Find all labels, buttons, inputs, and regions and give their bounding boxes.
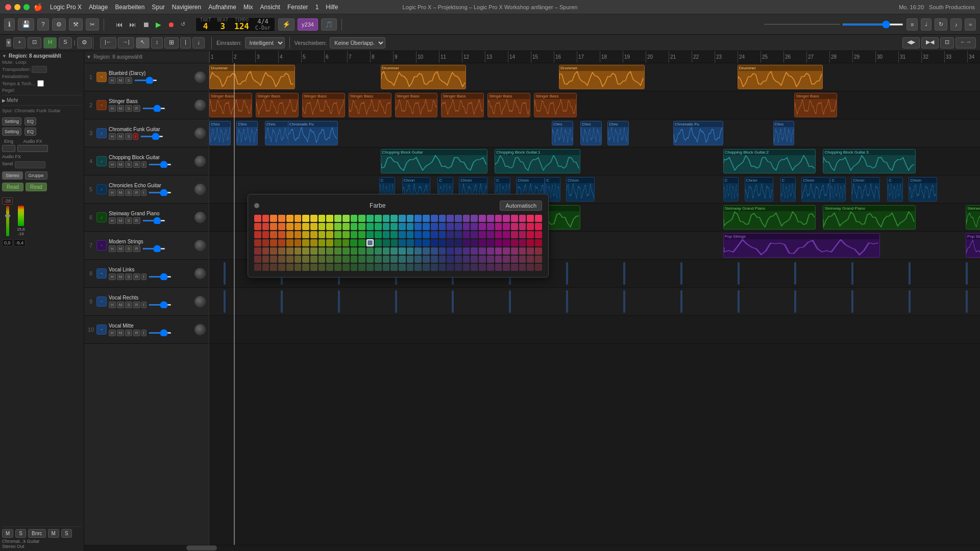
track-btn-I-4[interactable]: I	[141, 161, 146, 168]
master-volume-slider[interactable]	[842, 23, 903, 26]
clip-2-6[interactable]: Stinger Bass	[487, 93, 530, 117]
track-btn-S-4[interactable]: S	[125, 161, 132, 168]
color-swatch-6-19[interactable]	[407, 264, 414, 271]
snap-tool[interactable]: |	[180, 37, 191, 48]
color-swatch-5-12[interactable]	[351, 256, 358, 263]
color-swatch-5-7[interactable]	[310, 256, 317, 263]
track-btn-S-3[interactable]: S	[125, 133, 132, 140]
color-swatch-6-4[interactable]	[286, 264, 293, 271]
color-swatch-5-19[interactable]	[407, 256, 414, 263]
color-swatch-6-14[interactable]	[366, 264, 374, 271]
color-swatch-0-35[interactable]	[535, 215, 542, 222]
clip-5-9[interactable]: Chron	[745, 177, 773, 202]
scroll-tool[interactable]: ↕	[151, 37, 163, 48]
clip-4-3[interactable]: Chopping Block Guitar.3	[823, 149, 916, 173]
color-swatch-0-26[interactable]	[463, 215, 470, 222]
color-swatch-2-7[interactable]	[310, 231, 317, 238]
color-swatch-1-3[interactable]	[278, 223, 285, 230]
color-swatch-5-8[interactable]	[318, 256, 326, 263]
color-swatch-5-0[interactable]	[254, 256, 261, 263]
color-swatch-0-9[interactable]	[326, 215, 333, 222]
menu-ablage[interactable]: Ablage	[89, 4, 108, 11]
color-swatch-1-11[interactable]	[342, 223, 350, 230]
color-swatch-2-20[interactable]	[414, 231, 422, 238]
track-btn-S-10[interactable]: S	[125, 330, 132, 336]
color-swatch-5-24[interactable]	[447, 256, 454, 263]
track-btn-R-10[interactable]: R	[133, 330, 140, 336]
color-swatch-4-32[interactable]	[511, 247, 518, 255]
color-swatch-6-28[interactable]	[479, 264, 486, 271]
track-btn-R-9[interactable]: R	[133, 302, 140, 308]
color-swatch-5-11[interactable]	[342, 256, 350, 263]
track-btn-R-4[interactable]: R	[133, 161, 140, 168]
loop-btn[interactable]: ↻	[935, 18, 947, 31]
color-swatch-1-13[interactable]	[358, 223, 365, 230]
color-swatch-3-27[interactable]	[471, 239, 478, 246]
color-swatch-0-34[interactable]	[527, 215, 534, 222]
color-swatch-1-17[interactable]	[390, 223, 398, 230]
clip-7-1[interactable]: Pop Strings	[966, 233, 980, 258]
color-swatch-2-32[interactable]	[511, 231, 518, 238]
color-swatch-3-2[interactable]	[270, 239, 277, 246]
track-btn-H-3[interactable]: H	[109, 133, 116, 140]
color-swatch-5-21[interactable]	[423, 256, 430, 263]
color-swatch-0-18[interactable]	[399, 215, 406, 222]
clip-5-15[interactable]: Chron	[909, 177, 937, 202]
track-btn-R-2[interactable]: R	[133, 105, 140, 112]
track-btn-M-6[interactable]: M	[117, 217, 125, 224]
color-swatch-5-31[interactable]	[503, 256, 510, 263]
color-swatch-3-32[interactable]	[511, 239, 518, 246]
color-swatch-3-21[interactable]	[423, 239, 430, 246]
color-swatch-2-0[interactable]	[254, 231, 261, 238]
setting-btn-2[interactable]: Setting	[2, 128, 21, 136]
color-swatch-4-0[interactable]	[254, 247, 261, 255]
zoom-out-btn[interactable]: ▶◀	[921, 37, 939, 48]
track-knob-3[interactable]	[194, 128, 206, 139]
track-volume-7[interactable]	[142, 248, 165, 249]
horizontal-scrollbar[interactable]	[84, 545, 980, 551]
color-swatch-4-28[interactable]	[479, 247, 486, 255]
color-swatch-2-10[interactable]	[334, 231, 341, 238]
mixer-btn[interactable]: ≈	[965, 18, 976, 31]
color-swatch-4-12[interactable]	[351, 247, 358, 255]
color-swatch-4-29[interactable]	[487, 247, 494, 255]
einrasten-select[interactable]: Intelligent	[245, 37, 285, 48]
color-swatch-2-8[interactable]	[318, 231, 326, 238]
color-swatch-5-33[interactable]	[519, 256, 526, 263]
clip-1-1[interactable]: Drummer	[381, 65, 467, 89]
clip-4-1[interactable]: Chopping Block Guitar.1	[495, 149, 580, 173]
color-swatch-6-7[interactable]	[310, 264, 317, 271]
mehr-label[interactable]: Mehr	[7, 97, 18, 103]
clip-5-7[interactable]: Chron	[566, 177, 595, 202]
color-swatch-5-5[interactable]	[295, 256, 302, 263]
color-swatch-6-33[interactable]	[519, 264, 526, 271]
color-swatch-3-13[interactable]	[358, 239, 365, 246]
track-btn-H-9[interactable]: H	[109, 302, 116, 308]
color-swatch-4-7[interactable]	[310, 247, 317, 255]
color-swatch-2-17[interactable]	[390, 231, 398, 238]
eq-btn-1[interactable]: EQ	[24, 117, 36, 126]
read-btn-2[interactable]: Read	[26, 183, 47, 191]
track-knob-10[interactable]	[194, 324, 206, 335]
color-swatch-1-6[interactable]	[302, 223, 309, 230]
color-swatch-1-20[interactable]	[414, 223, 422, 230]
color-swatch-1-23[interactable]	[439, 223, 446, 230]
color-swatch-2-21[interactable]	[423, 231, 430, 238]
track-knob-9[interactable]	[194, 296, 206, 307]
color-swatch-3-22[interactable]	[431, 239, 438, 246]
color-swatch-2-9[interactable]	[326, 231, 333, 238]
color-swatch-6-0[interactable]	[254, 264, 261, 271]
color-swatch-4-33[interactable]	[519, 247, 526, 255]
color-swatch-1-16[interactable]	[383, 223, 390, 230]
color-swatch-2-26[interactable]	[463, 231, 470, 238]
color-swatch-0-13[interactable]	[358, 215, 365, 222]
color-swatch-4-26[interactable]	[463, 247, 470, 255]
color-swatch-5-29[interactable]	[487, 256, 494, 263]
track-volume-10[interactable]	[149, 332, 172, 334]
track-knob-8[interactable]	[194, 268, 206, 279]
color-swatch-6-30[interactable]	[495, 264, 502, 271]
track-btn-M-5[interactable]: M	[117, 189, 125, 196]
color-swatch-5-30[interactable]	[495, 256, 502, 263]
color-swatch-5-1[interactable]	[262, 256, 270, 263]
track-btn-H-7[interactable]: H	[109, 245, 116, 252]
